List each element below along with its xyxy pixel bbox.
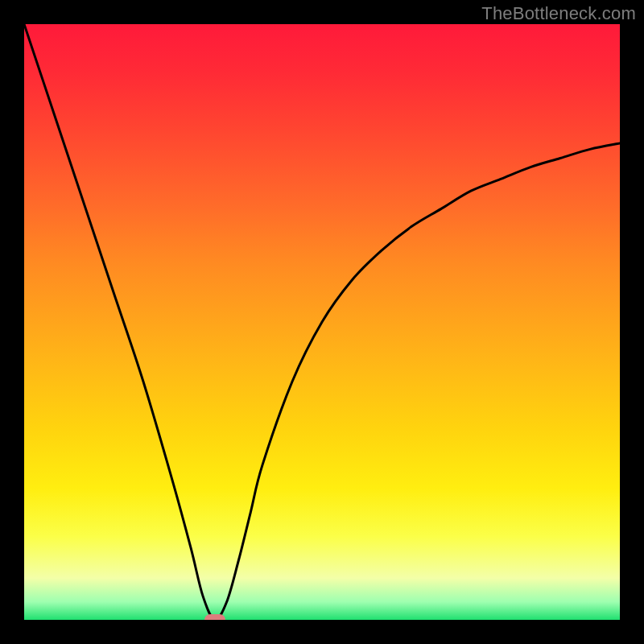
chart-container: TheBottleneck.com <box>0 0 644 644</box>
curve-svg <box>24 24 620 620</box>
watermark-text: TheBottleneck.com <box>481 3 636 24</box>
minimum-marker <box>204 614 225 620</box>
plot-area <box>24 24 620 620</box>
bottleneck-curve <box>24 24 620 620</box>
